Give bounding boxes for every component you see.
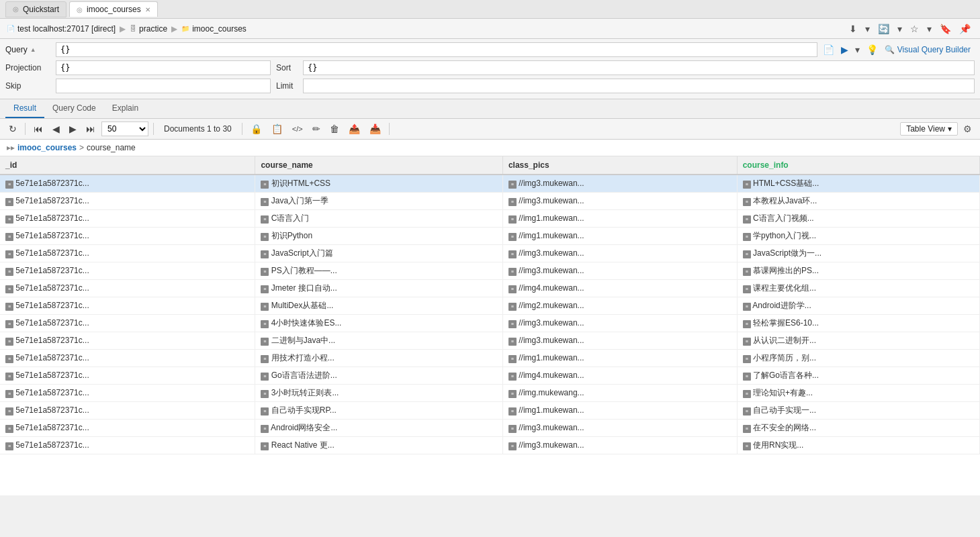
tab-query-code[interactable]: Query Code <box>44 99 104 118</box>
cell-text: 5e71e1a5872371c... <box>13 301 89 310</box>
cell-text: 理论知识+有趣... <box>751 388 813 397</box>
refresh-btn[interactable]: ↻ <box>5 121 20 136</box>
edit-btn[interactable]: ✏ <box>309 121 324 136</box>
lock-btn[interactable]: 🔒 <box>247 121 265 136</box>
table-row[interactable]: ≡ 5e71e1a5872371c...≡ PS入门教程——...≡ //img… <box>0 262 980 280</box>
cell-text: 5e71e1a5872371c... <box>13 179 89 188</box>
conn-refresh-btn[interactable]: 🔄 <box>875 22 892 36</box>
conn-download-btn[interactable]: ⬇ <box>846 22 860 36</box>
cell-doc-icon: ≡ <box>508 442 517 450</box>
first-page-btn[interactable]: ⏮ <box>30 121 46 136</box>
import-btn[interactable]: 📥 <box>366 121 384 136</box>
conn-server: test localhost:27017 [direct] <box>17 24 116 34</box>
table-view-btn[interactable]: Table View ▾ <box>900 122 958 136</box>
tab-quickstart-icon: ◎ <box>13 5 19 13</box>
table-cell-course-info: ≡ JavaScript做为一... <box>737 245 979 262</box>
table-row[interactable]: ≡ 5e71e1a5872371c...≡ C语言入门≡ //img1.muke… <box>0 210 980 228</box>
next-page-btn[interactable]: ▶ <box>66 121 80 136</box>
table-cell--id: ≡ 5e71e1a5872371c... <box>0 332 255 350</box>
title-bar: ◎ Quickstart ◎ imooc_courses ✕ <box>0 0 980 19</box>
query-row: Query ▲ {} 📄 ▶ ▾ 💡 🔍 Visual Query Builde… <box>5 42 975 58</box>
cell-doc-icon: ≡ <box>508 268 517 276</box>
tab-imooc-courses[interactable]: ◎ imooc_courses ✕ <box>69 1 158 17</box>
table-cell-course-name: ≡ Jmeter 接口自动... <box>255 280 502 297</box>
query-info-btn[interactable]: 💡 <box>864 44 881 55</box>
table-cell-course-info: ≡ C语言入门视频... <box>737 210 979 228</box>
sort-input[interactable]: {} <box>303 60 975 75</box>
projection-input[interactable]: {} <box>56 60 271 75</box>
table-row[interactable]: ≡ 5e71e1a5872371c...≡ Android网络安全...≡ //… <box>0 420 980 437</box>
sort-label: Sort <box>276 63 303 72</box>
col-class-pics[interactable]: class_pics <box>502 156 737 175</box>
tab-result[interactable]: Result <box>5 99 44 118</box>
last-page-btn[interactable]: ⏭ <box>83 121 99 136</box>
tab-explain[interactable]: Explain <box>104 99 146 118</box>
copy-btn[interactable]: 📋 <box>268 121 286 136</box>
page-size-select[interactable]: 10 25 50 100 250 <box>101 121 148 136</box>
breadcrumb-field: course_name <box>87 143 136 152</box>
cell-text: 小程序简历，别... <box>751 353 816 362</box>
col-id[interactable]: _id <box>0 156 255 175</box>
table-cell-class-pics: ≡ //img3.mukewan... <box>502 175 737 193</box>
query-input[interactable]: {} <box>56 42 817 57</box>
breadcrumb-collection[interactable]: imooc_courses <box>17 143 77 152</box>
table-row[interactable]: ≡ 5e71e1a5872371c...≡ 用技术打造小程...≡ //img1… <box>0 350 980 367</box>
cell-doc-icon: ≡ <box>5 407 13 416</box>
toolbar-sep-2 <box>153 123 154 135</box>
conn-bookmark-btn[interactable]: 🔖 <box>937 22 954 36</box>
conn-dropdown1-btn[interactable]: ▾ <box>862 22 873 36</box>
tab-close-icon[interactable]: ✕ <box>145 6 150 13</box>
table-row[interactable]: ≡ 5e71e1a5872371c...≡ 初识HTML+CSS≡ //img3… <box>0 175 980 193</box>
code-btn[interactable]: </> <box>289 123 306 135</box>
cell-text: 初识Python <box>269 231 312 240</box>
cell-text: 了解Go语言各种... <box>751 371 819 380</box>
table-row[interactable]: ≡ 5e71e1a5872371c...≡ Go语言语法进阶...≡ //img… <box>0 367 980 385</box>
query-file-btn[interactable]: 📄 <box>820 44 837 55</box>
conn-pin-btn[interactable]: 📌 <box>956 22 973 36</box>
cell-text: 5e71e1a5872371c... <box>13 371 89 380</box>
table-row[interactable]: ≡ 5e71e1a5872371c...≡ 二进制与Java中...≡ //im… <box>0 332 980 350</box>
table-row[interactable]: ≡ 5e71e1a5872371c...≡ JavaScript入门篇≡ //i… <box>0 245 980 262</box>
limit-input[interactable] <box>303 79 975 93</box>
table-row[interactable]: ≡ 5e71e1a5872371c...≡ 3小时玩转正则表...≡ //img… <box>0 385 980 402</box>
table-row[interactable]: ≡ 5e71e1a5872371c...≡ MultiDex从基础...≡ //… <box>0 297 980 315</box>
table-row[interactable]: ≡ 5e71e1a5872371c...≡ Jmeter 接口自动...≡ //… <box>0 280 980 297</box>
prev-page-btn[interactable]: ◀ <box>49 121 63 136</box>
table-cell-class-pics: ≡ //img1.mukewan... <box>502 210 737 228</box>
export-btn[interactable]: 📤 <box>345 121 363 136</box>
vqb-button[interactable]: 🔍 Visual Query Builder <box>881 44 975 56</box>
conn-actions: ⬇ ▾ 🔄 ▾ ☆ ▾ 🔖 📌 <box>846 22 973 36</box>
query-label: Query <box>5 45 28 54</box>
table-row[interactable]: ≡ 5e71e1a5872371c...≡ 自己动手实现RP...≡ //img… <box>0 402 980 420</box>
vqb-search-icon: 🔍 <box>885 45 895 54</box>
table-row[interactable]: ≡ 5e71e1a5872371c...≡ Java入门第一季≡ //img3.… <box>0 193 980 210</box>
cell-text: //img3.mukewan... <box>517 440 584 450</box>
cell-text: 在不安全的网络... <box>751 423 816 432</box>
skip-input[interactable] <box>56 79 271 93</box>
delete-btn[interactable]: 🗑 <box>326 121 343 136</box>
table-row[interactable]: ≡ 5e71e1a5872371c...≡ 4小时快速体验ES...≡ //im… <box>0 315 980 332</box>
table-row[interactable]: ≡ 5e71e1a5872371c...≡ React Native 更...≡… <box>0 437 980 454</box>
table-cell-course-name: ≡ Android网络安全... <box>255 420 502 437</box>
settings-btn[interactable]: ⚙ <box>961 122 975 136</box>
cell-text: 5e71e1a5872371c... <box>13 213 89 223</box>
conn-dropdown2-btn[interactable]: ▾ <box>895 22 905 36</box>
col-course-name[interactable]: course_name <box>255 156 502 175</box>
table-row[interactable]: ≡ 5e71e1a5872371c...≡ 初识Python≡ //img1.m… <box>0 228 980 245</box>
cell-text: 初识HTML+CSS <box>269 179 330 188</box>
cell-text: React Native 更... <box>269 440 334 450</box>
cell-doc-icon: ≡ <box>261 181 269 189</box>
table-header: _id course_name class_pics course_info <box>0 156 980 175</box>
table-cell-class-pics: ≡ //img3.mukewan... <box>502 315 737 332</box>
cell-text: //img3.mukewan... <box>517 196 584 205</box>
query-form: Query ▲ {} 📄 ▶ ▾ 💡 🔍 Visual Query Builde… <box>0 39 980 99</box>
query-play-btn[interactable]: ▶ <box>838 44 851 55</box>
query-dropdown-btn[interactable]: ▾ <box>852 44 862 55</box>
col-course-info[interactable]: course_info <box>737 156 979 175</box>
conn-dropdown3-btn[interactable]: ▾ <box>924 22 934 36</box>
table-view-label: Table View <box>906 124 945 134</box>
conn-coll-icon: 📁 <box>181 25 189 32</box>
cell-text: //img1.mukewan... <box>517 213 584 223</box>
tab-quickstart[interactable]: ◎ Quickstart <box>5 1 66 17</box>
conn-star-btn[interactable]: ☆ <box>907 22 922 36</box>
